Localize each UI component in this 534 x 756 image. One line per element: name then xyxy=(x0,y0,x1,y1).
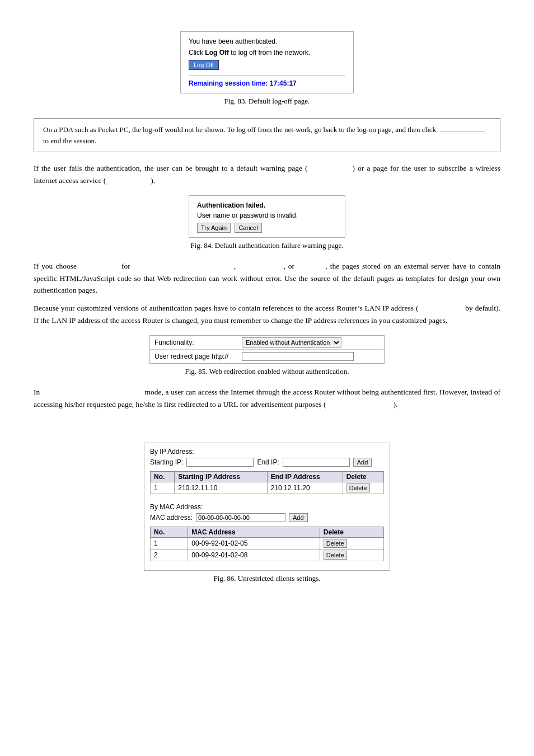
user-redirect-row: User redirect page http:// xyxy=(150,350,384,363)
mac-row1-no: 1 xyxy=(151,538,188,550)
cancel-button[interactable]: Cancel xyxy=(235,223,261,233)
starting-ip-input[interactable] xyxy=(186,458,254,467)
authenticated-msg: You have been authenticated. xyxy=(189,37,345,45)
mac-delete-button-2[interactable]: Delete xyxy=(324,551,347,560)
fig85-container: Functionality: Enabled without Authentic… xyxy=(34,335,500,383)
auth-fail-box: Authentication failed. User name or pass… xyxy=(189,195,345,238)
para1-text: If the user fails the authentication, th… xyxy=(34,162,500,186)
note-text: On a PDA such as Pocket PC, the log-off … xyxy=(43,124,491,146)
try-again-button[interactable]: Try Again xyxy=(197,223,231,233)
mac-row2-delete-cell: Delete xyxy=(320,550,383,561)
table-row: 1 00-09-92-01-02-05 Delete xyxy=(151,538,384,550)
mac-address-input[interactable] xyxy=(196,513,285,522)
mac-input-row: MAC address: Add xyxy=(150,513,384,522)
fig85-caption: Fig. 85. Web redirection enabled without… xyxy=(185,367,349,376)
logoff-button[interactable]: Log Off xyxy=(189,60,219,70)
end-ip-input[interactable] xyxy=(283,458,350,467)
mac-row1-address: 00-09-92-01-02-05 xyxy=(188,538,320,550)
fig84-container: Authentication failed. User name or pass… xyxy=(34,195,500,257)
ip-row-no: 1 xyxy=(151,482,175,494)
fig86-container: By IP Address: Starting IP: End IP: Add … xyxy=(34,443,500,590)
fig83-container: You have been authenticated. Click Log O… xyxy=(34,31,500,112)
user-redirect-input[interactable] xyxy=(242,352,354,361)
ip-table-header-row: No. Starting IP Address End IP Address D… xyxy=(151,472,384,482)
session-time-row: Remaining session time: 17:45:17 xyxy=(189,76,345,87)
mac-row1-delete-cell: Delete xyxy=(320,538,383,550)
functionality-label: Functionality: xyxy=(150,336,240,349)
ip-row-start: 210.12.11.10 xyxy=(175,482,267,494)
note-text1: On a PDA such as Pocket PC, the log-off … xyxy=(43,125,436,134)
para4-text: In mode, a user can access the Internet … xyxy=(34,386,500,410)
ip-col-no: No. xyxy=(151,472,175,482)
para2-text: If you choose for , , or , the pages sto… xyxy=(34,260,500,297)
ip-col-delete: Delete xyxy=(343,472,383,482)
ip-col-end: End IP Address xyxy=(267,472,343,482)
table-row: 1 210.12.11.10 210.12.11.20 Delete xyxy=(151,482,384,494)
mac-col-no: No. xyxy=(151,527,188,538)
mac-address-label: MAC address: xyxy=(150,514,193,522)
mac-add-button[interactable]: Add xyxy=(289,513,308,522)
ip-add-button[interactable]: Add xyxy=(353,458,372,467)
user-redirect-value xyxy=(240,350,384,363)
web-redirect-box: Functionality: Enabled without Authentic… xyxy=(149,335,385,364)
ip-pass-through-table: No. Starting IP Address End IP Address D… xyxy=(150,471,384,494)
logoff-box: You have been authenticated. Click Log O… xyxy=(180,31,354,93)
by-ip-title: By IP Address: xyxy=(150,448,384,456)
session-label: Remaining session time: xyxy=(189,79,268,87)
ip-row-delete-cell: Delete xyxy=(343,482,383,494)
fig86-caption: Fig. 86. Unrestricted clients settings. xyxy=(213,574,320,583)
fig83-caption: Fig. 83. Default log-off page. xyxy=(224,97,310,106)
mac-col-delete: Delete xyxy=(320,527,383,538)
session-time-value: 17:45:17 xyxy=(270,79,297,87)
note-box: On a PDA such as Pocket PC, the log-off … xyxy=(34,118,500,152)
fig84-caption: Fig. 84. Default authentication failure … xyxy=(190,241,343,250)
mac-table-header-row: No. MAC Address Delete xyxy=(151,527,384,538)
table-row: 2 00-09-92-01-02-08 Delete xyxy=(151,550,384,561)
end-ip-label: End IP: xyxy=(257,458,279,466)
note-text2: to end the session. xyxy=(43,137,96,145)
mac-row2-address: 00-09-92-01-02-08 xyxy=(188,550,320,561)
functionality-row: Functionality: Enabled without Authentic… xyxy=(150,336,384,350)
ip-delete-button[interactable]: Delete xyxy=(346,483,370,492)
functionality-select[interactable]: Enabled without Authentication xyxy=(242,337,341,348)
starting-ip-label: Starting IP: xyxy=(150,458,183,466)
functionality-value: Enabled without Authentication xyxy=(240,336,384,349)
page-content: You have been authenticated. Click Log O… xyxy=(34,31,500,590)
unrestricted-box: By IP Address: Starting IP: End IP: Add … xyxy=(144,443,390,571)
mac-col-address: MAC Address xyxy=(188,527,320,538)
ip-col-start: Starting IP Address xyxy=(175,472,267,482)
user-redirect-label: User redirect page http:// xyxy=(150,350,240,363)
logoff-instruction: Click Log Off to log off from the networ… xyxy=(189,49,345,57)
para3-text: Because your customized versions of auth… xyxy=(34,302,500,326)
ip-input-row: Starting IP: End IP: Add xyxy=(150,458,384,467)
auth-fail-title: Authentication failed. xyxy=(197,201,337,209)
mac-delete-button-1[interactable]: Delete xyxy=(324,539,347,548)
by-mac-title: By MAC Address: xyxy=(150,503,384,511)
ip-row-end: 210.12.11.20 xyxy=(267,482,343,494)
mac-pass-through-table: No. MAC Address Delete 1 00-09-92-01-02-… xyxy=(150,527,384,561)
mac-row2-no: 2 xyxy=(151,550,188,561)
note-click-placeholder xyxy=(440,132,485,132)
auth-fail-subtitle: User name or password is invalid. xyxy=(197,212,337,219)
